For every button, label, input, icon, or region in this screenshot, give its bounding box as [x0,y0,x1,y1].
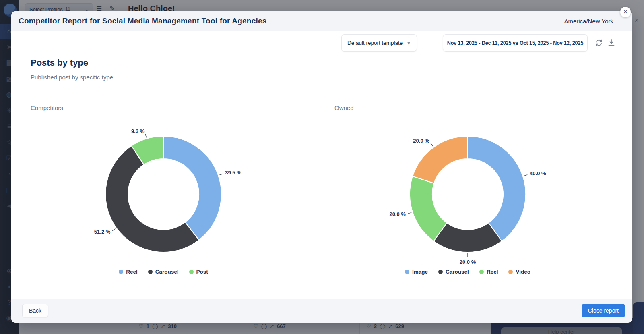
close-report-button[interactable]: Close report [582,304,625,317]
modal-header: Competitor Report for Social Media Manag… [11,11,632,31]
download-icon[interactable] [606,38,617,48]
percent-label: 20.0 % [413,138,429,144]
report-modal: × Competitor Report for Social Media Man… [11,11,632,323]
legend-dot [148,270,153,274]
back-button[interactable]: Back [22,304,48,317]
legend-item-reel[interactable]: Reel [479,269,498,275]
percent-label: 20.0 % [389,211,406,217]
legend-label: Video [516,269,530,275]
label-tick [408,212,412,214]
legend-item-image[interactable]: Image [405,269,428,275]
legend-item-carousel[interactable]: Carousel [438,269,469,275]
legend-dot [438,270,443,274]
timezone-label: America/New York [564,18,613,25]
template-dropdown-value: Default report template [347,40,402,46]
date-range-button[interactable]: Nov 13, 2025 - Dec 11, 2025 vs Oct 15, 2… [443,34,588,52]
percent-label: 40.0 % [530,170,546,176]
chart-caption-owned: Owned [334,104,354,111]
legend-label: Carousel [155,269,179,275]
template-dropdown[interactable]: Default report template ▼ [341,34,417,52]
legend-label: Carousel [446,269,469,275]
modal-title: Competitor Report for Social Media Manag… [19,17,266,25]
legend-label: Post [196,269,208,275]
legend-dot [479,270,484,274]
legend-dot [405,270,409,274]
label-tick [145,134,147,138]
donut-slice-reel[interactable] [163,136,221,240]
legend-label: Image [412,269,428,275]
chevron-down-icon: ▼ [407,41,411,46]
section-subtitle: Published post by specific type [31,74,113,81]
competitors-donut-chart: 39.5 %51.2 %9.3 % ReelCarouselPost [24,131,303,281]
percent-label: 20.0 % [460,259,476,265]
chart-legend: ImageCarouselReelVideo [328,269,607,275]
chart-caption-competitors: Competitors [31,104,63,111]
section-title: Posts by type [31,58,88,68]
percent-label: 51.2 % [94,229,111,235]
close-icon[interactable]: × [620,7,631,17]
owned-donut-chart: 40.0 %20.0 %20.0 %20.0 % ImageCarouselRe… [328,131,607,281]
legend-item-reel[interactable]: Reel [119,269,138,275]
percent-label: 9.3 % [131,128,145,134]
screen: Select Profiles 11 ⌄ ☰ ✎ Hello Chloe! ♡1… [0,0,644,334]
legend-dot [508,270,513,274]
label-tick [431,143,433,146]
chart-legend: ReelCarouselPost [24,269,303,275]
label-tick [112,229,115,231]
donut-slice-image[interactable] [468,136,526,241]
percent-label: 39.5 % [225,170,242,176]
legend-item-carousel[interactable]: Carousel [148,269,179,275]
legend-label: Reel [487,269,498,275]
modal-footer: Back Close report [11,299,632,323]
refresh-icon[interactable] [594,38,604,48]
legend-dot [189,270,194,274]
label-tick [219,174,223,175]
legend-dot [119,270,123,274]
legend-label: Reel [126,269,138,275]
label-tick [524,175,528,176]
legend-item-video[interactable]: Video [508,269,530,275]
legend-item-post[interactable]: Post [189,269,208,275]
